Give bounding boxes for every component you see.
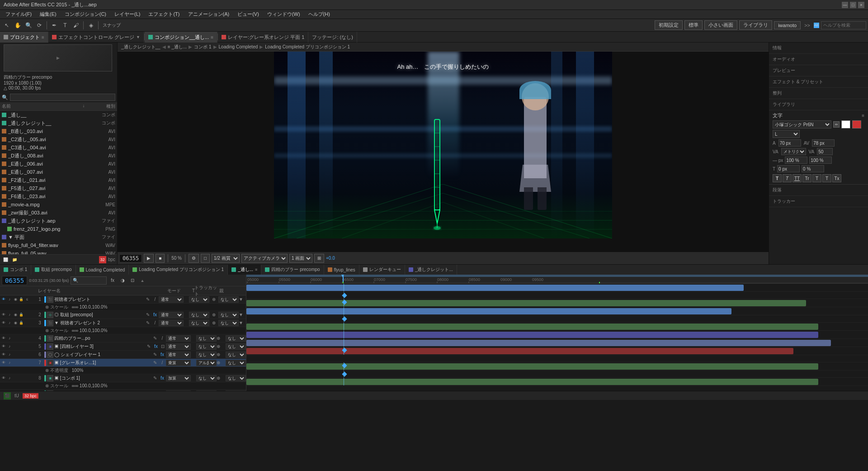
audio-btn-9[interactable]: ♪	[7, 391, 12, 391]
tl-draft-btn[interactable]: ⊡	[128, 276, 137, 285]
paragraph-title[interactable]: 段落	[773, 186, 864, 194]
tl-tab-toshi-credit[interactable]: _通しクレジット...	[405, 265, 457, 275]
style-caps-btn[interactable]: T	[812, 174, 821, 182]
project-item-11[interactable]: _movie-a.mpgMPE	[0, 200, 117, 209]
tl-tab-menu[interactable]: ≡	[255, 267, 257, 272]
layer-4-parent[interactable]: なし	[226, 335, 246, 342]
layer-9-mode[interactable]: 加算	[166, 390, 191, 391]
lock-btn-1[interactable]: 🔒	[19, 297, 24, 302]
keyframe-sub-8[interactable]	[342, 371, 347, 376]
tool-pen[interactable]: ✒	[49, 20, 59, 30]
audio-btn-7[interactable]: ♪	[7, 360, 12, 366]
layer-2-fx[interactable]: fx	[151, 312, 159, 317]
tl-tab-precompo[interactable]: 取組 precompo	[31, 265, 75, 275]
tl-graph-btn[interactable]: ⟁	[138, 276, 146, 285]
layer-3-parent[interactable]: なし	[218, 320, 239, 326]
breadcrumb-3[interactable]: コンポ 1	[194, 44, 211, 50]
menu-window[interactable]: ウィンドウ(W)	[264, 10, 304, 19]
layer-1-name[interactable]: 視聴者プレゼント	[53, 296, 144, 303]
layer-2-mode[interactable]: 通常	[159, 312, 184, 318]
layer-3-track-icon[interactable]: ⊕	[209, 320, 218, 325]
work-area-bar[interactable]	[246, 275, 868, 277]
tl-timecode-display[interactable]: 06355	[2, 276, 27, 285]
keyframe-3[interactable]	[342, 316, 347, 321]
project-item-7[interactable]: _E通し_007.aviAVI	[0, 168, 117, 176]
layer-7-track-icon[interactable]: ⊕	[217, 360, 226, 365]
layer-7-mode[interactable]: 乗算	[166, 360, 191, 366]
v-scale-input[interactable]	[809, 157, 832, 164]
track-bar-7[interactable]	[246, 348, 793, 354]
audio-btn-4[interactable]: ♪	[7, 336, 12, 341]
minimize-btn[interactable]: —	[842, 2, 848, 8]
align-title[interactable]: 整列	[773, 89, 864, 97]
tab-footage[interactable]: フッテージ: (なし)	[308, 32, 357, 43]
layer-3-pencil[interactable]: ✎	[144, 320, 151, 325]
layer-3-parent-icon[interactable]: ▼	[239, 320, 246, 325]
font-select[interactable]: 小塚ゴシック Pr6N	[773, 120, 831, 128]
layer-2-parent-icon[interactable]: ▼	[239, 312, 246, 317]
layer-4-track[interactable]: なし	[196, 335, 217, 342]
viewer-region-btn[interactable]: □	[201, 254, 210, 263]
project-item-16[interactable]: flyup_full_04_filter.wavWAV	[0, 241, 117, 249]
tab-comp[interactable]: コンポジション__通し... ≡	[145, 32, 217, 43]
layer-1-solo[interactable]: /	[151, 297, 159, 302]
layer-1-pencil[interactable]: ✎	[144, 297, 151, 302]
project-item-3[interactable]: _C2通し_005.aviAVI	[0, 135, 117, 143]
viewer-camera-select[interactable]: アクティブカメラ	[241, 254, 288, 263]
playback-btn[interactable]: ⬛	[4, 392, 11, 400]
scale-value-8[interactable]: ∞∞ 100.0,100.0%	[72, 383, 108, 388]
layer-3-mode[interactable]: 通常	[159, 320, 184, 326]
project-item-12[interactable]: _zwr撮影_003.aviAVI	[0, 209, 117, 217]
solo-btn-2[interactable]: ◉	[13, 312, 18, 318]
layer-5-fx[interactable]: fx	[152, 344, 160, 349]
keyframe-1[interactable]	[342, 293, 347, 298]
viewer-view-select[interactable]: 1 画面	[289, 254, 312, 263]
lock-btn-3[interactable]: 🔒	[19, 320, 24, 326]
breadcrumb-1[interactable]: _通しクレジット__	[121, 44, 160, 50]
tool-zoom[interactable]: 🔍	[24, 20, 33, 30]
project-menu-icon[interactable]: ≡	[42, 35, 44, 40]
tab-project[interactable]: プロジェクト ≡	[0, 32, 48, 43]
effect-preset-section[interactable]: エフェクト & プリセット	[769, 76, 868, 88]
project-item-13[interactable]: _通しクレジット.aepファイ	[0, 217, 117, 225]
layer-1-track-icon[interactable]: ⊕	[209, 297, 218, 302]
layer-row-6[interactable]: 👁 ♪ 6 ◯ ◯ シェイプレイヤー 1 ✎ fx 通常 なし ⊕ なし	[0, 351, 246, 359]
viewer-stop-btn[interactable]: ■	[156, 254, 165, 263]
audio-section[interactable]: オーディオ	[769, 54, 868, 65]
layer-row-1[interactable]: 👁 ♪ ◉ 🔒 ≤ 1 ⬛ 視聴者プレゼント ✎ / 通常	[0, 295, 246, 304]
layer-7-name[interactable]: ▣ [グレー系オレ...1]	[53, 360, 151, 366]
audio-title[interactable]: オーディオ	[773, 55, 864, 63]
project-item-0[interactable]: _通し__コンポ	[0, 111, 117, 119]
tl-add-expr-btn[interactable]: fx	[108, 276, 117, 285]
style-smallcaps-btn[interactable]: T	[822, 174, 831, 182]
shy-btn-1[interactable]: ≤	[24, 297, 30, 302]
tl-tab-toshi[interactable]: _通し... ≡	[228, 265, 261, 275]
style-italic-btn[interactable]: T	[783, 174, 792, 182]
eye-btn-4[interactable]: 👁	[1, 336, 6, 341]
layer-8-mode[interactable]: 加算	[166, 375, 191, 381]
window-controls[interactable]: — □ ×	[842, 2, 864, 8]
layer-8-parent[interactable]: なし	[226, 375, 246, 381]
eye-btn-5[interactable]: 👁	[1, 344, 6, 349]
layer-2-pencil[interactable]: ✎	[144, 312, 151, 317]
layer-5-extra[interactable]: ⊡	[160, 344, 166, 349]
layer-5-pencil[interactable]: ✎	[145, 344, 152, 349]
style-super-btn[interactable]: Tx	[832, 174, 841, 182]
layer-5-track[interactable]: なし	[196, 343, 217, 350]
project-item-14[interactable]: frenz_2017_logo.pngPNG	[0, 225, 117, 233]
eye-btn-3[interactable]: 👁	[1, 320, 6, 326]
tool-camera-rotate[interactable]: ⟳	[34, 20, 44, 30]
effect-menu-icon[interactable]: ▼	[136, 35, 140, 39]
align-section[interactable]: 整列	[769, 88, 868, 99]
layer-7-track[interactable]: アル反	[196, 360, 217, 366]
layer-8-pencil[interactable]: ✎	[151, 376, 159, 381]
eye-btn-6[interactable]: 👁	[1, 352, 6, 357]
layer-4-mode[interactable]: 通常	[166, 335, 191, 342]
tl-tab-render[interactable]: レンダーキュー	[359, 265, 405, 275]
track-bar-8[interactable]	[246, 363, 818, 370]
layer-5-parent[interactable]: なし	[226, 343, 246, 350]
menu-edit[interactable]: 編集(E)	[36, 10, 60, 19]
style-underline-btn[interactable]: TT	[793, 174, 802, 182]
maximize-btn[interactable]: □	[850, 2, 856, 8]
char-panel-menu[interactable]: ≡	[862, 113, 864, 118]
